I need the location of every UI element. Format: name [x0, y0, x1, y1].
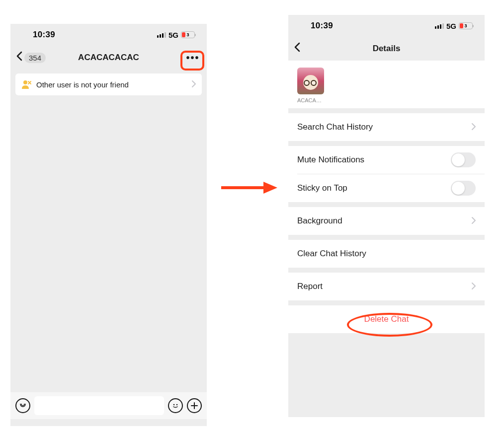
- status-time: 10:39: [33, 30, 55, 40]
- sticky-on-top-item: Sticky on Top: [288, 174, 485, 202]
- item-label: Sticky on Top: [297, 183, 347, 193]
- details-title: Details: [373, 44, 401, 54]
- delete-chat-item[interactable]: Delete Chat: [288, 305, 485, 333]
- item-label: Mute Notifications: [297, 155, 364, 165]
- item-label: Clear Chat History: [297, 249, 366, 259]
- chevron-left-icon: [16, 51, 22, 64]
- chevron-right-icon: [192, 79, 196, 90]
- chat-screen: 10:39 5G 3 354 ACACACACAC •••: [10, 24, 207, 426]
- unread-count: 354: [24, 53, 46, 63]
- plus-icon[interactable]: [187, 398, 202, 413]
- item-label: Search Chat History: [297, 122, 373, 132]
- status-right: 5G 3: [435, 22, 473, 30]
- chevron-right-icon: [472, 216, 476, 226]
- signal-icon: [157, 32, 166, 38]
- search-chat-history-item[interactable]: Search Chat History: [288, 113, 485, 141]
- chevron-left-icon: [294, 42, 300, 55]
- details-screen: 10:39 5G 3 Details ACACA: [288, 15, 485, 417]
- friend-notice-text: Other user is not your friend: [36, 80, 187, 89]
- status-bar: 10:39 5G 3: [288, 15, 485, 37]
- network-label: 5G: [446, 22, 456, 30]
- network-label: 5G: [168, 31, 178, 39]
- chevron-right-icon: [472, 282, 476, 292]
- battery-icon: 3: [181, 31, 195, 38]
- svg-point-2: [176, 404, 178, 406]
- chevron-right-icon: [472, 122, 476, 133]
- chat-title: ACACACACAC: [78, 53, 139, 63]
- voice-input-icon[interactable]: [15, 398, 30, 413]
- chat-nav-bar: 354 ACACACACAC •••: [10, 46, 207, 70]
- report-item[interactable]: Report: [288, 273, 485, 300]
- avatar[interactable]: [297, 68, 324, 94]
- battery-icon: 3: [459, 22, 473, 29]
- mute-toggle[interactable]: [451, 152, 476, 167]
- message-input[interactable]: [34, 396, 164, 415]
- background-item[interactable]: Background: [288, 207, 485, 235]
- clear-chat-history-item[interactable]: Clear Chat History: [288, 240, 485, 268]
- mute-notifications-item: Mute Notifications: [288, 146, 485, 174]
- avatar-label: ACACA…: [297, 97, 324, 103]
- emoji-icon[interactable]: [168, 398, 183, 413]
- arrow-annotation: [219, 178, 278, 200]
- status-time: 10:39: [311, 21, 333, 31]
- status-right: 5G 3: [157, 31, 195, 39]
- not-friend-icon: [21, 80, 31, 89]
- user-block[interactable]: ACACA…: [288, 61, 485, 108]
- item-label: Report: [297, 282, 323, 291]
- svg-marker-4: [263, 182, 277, 194]
- status-bar: 10:39 5G 3: [10, 24, 207, 46]
- signal-icon: [435, 23, 444, 29]
- svg-point-0: [23, 80, 27, 84]
- item-label: Background: [297, 216, 342, 226]
- more-button[interactable]: •••: [186, 51, 200, 65]
- delete-label: Delete Chat: [364, 314, 409, 324]
- svg-point-1: [173, 404, 175, 406]
- sticky-toggle[interactable]: [451, 181, 476, 196]
- back-button[interactable]: 354: [16, 51, 46, 64]
- back-button[interactable]: [294, 42, 300, 55]
- friend-notice-card[interactable]: Other user is not your friend: [15, 73, 202, 95]
- chat-input-bar: [10, 392, 207, 419]
- details-nav-bar: Details: [288, 37, 485, 61]
